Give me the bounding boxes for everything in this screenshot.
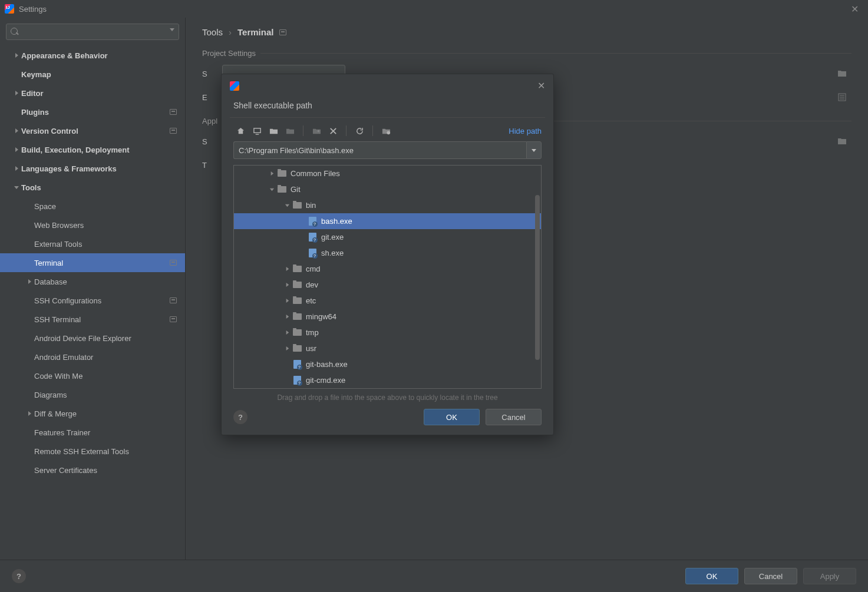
- sidebar-item-terminal[interactable]: Terminal: [0, 253, 185, 272]
- sidebar-item-label: Languages & Frameworks: [21, 164, 117, 173]
- ok-button[interactable]: OK: [424, 409, 480, 425]
- sidebar-item-plugins[interactable]: Plugins: [0, 102, 185, 121]
- chevron-down-icon[interactable]: [267, 187, 276, 192]
- titlebar: Settings ✕: [0, 0, 868, 18]
- folder-icon: [292, 201, 302, 210]
- path-input[interactable]: [233, 141, 526, 159]
- cancel-button[interactable]: Cancel: [486, 409, 542, 425]
- chevron-right-icon[interactable]: [25, 411, 34, 416]
- sidebar-item-android-device-file-explorer[interactable]: Android Device File Explorer: [0, 329, 185, 348]
- sidebar-item-remote-ssh-external-tools[interactable]: Remote SSH External Tools: [0, 442, 185, 461]
- sidebar-item-label: Server Certificates: [34, 466, 97, 475]
- sidebar-item-tools[interactable]: Tools: [0, 178, 185, 197]
- chevron-right-icon[interactable]: [267, 171, 276, 176]
- sidebar-item-database[interactable]: Database: [0, 272, 185, 291]
- home-icon[interactable]: [233, 124, 247, 138]
- chevron-right-icon[interactable]: [25, 279, 34, 285]
- sidebar-item-diff-merge[interactable]: Diff & Merge: [0, 404, 185, 423]
- sidebar-item-features-trainer[interactable]: Features Trainer: [0, 423, 185, 442]
- file-tree-label: dev: [306, 280, 318, 289]
- module-icon: [283, 124, 297, 138]
- breadcrumb: Tools › Terminal: [202, 27, 852, 37]
- show-hidden-icon[interactable]: [379, 124, 393, 138]
- file-tree-label: Common Files: [291, 169, 340, 178]
- sidebar-item-label: SSH Terminal: [34, 315, 81, 324]
- sidebar-item-label: Editor: [21, 89, 44, 98]
- sidebar-item-web-browsers[interactable]: Web Browsers: [0, 216, 185, 234]
- delete-icon[interactable]: [326, 124, 340, 138]
- folder-icon: [292, 280, 302, 290]
- chevron-right-icon[interactable]: [12, 166, 21, 171]
- chevron-right-icon: ›: [229, 27, 232, 37]
- file-tree-item[interactable]: dev: [234, 277, 541, 293]
- close-icon[interactable]: ✕: [537, 80, 545, 91]
- file-tree-item[interactable]: etc: [234, 293, 541, 309]
- file-tree-item[interactable]: git-bash.exe: [234, 356, 541, 372]
- chevron-right-icon[interactable]: [12, 147, 21, 153]
- file-tree-item[interactable]: git.exe: [234, 229, 541, 245]
- sidebar-item-external-tools[interactable]: External Tools: [0, 234, 185, 253]
- sidebar-item-version-control[interactable]: Version Control: [0, 121, 185, 140]
- apply-button[interactable]: Apply: [803, 568, 856, 584]
- project-icon[interactable]: [266, 124, 280, 138]
- sidebar-item-appearance-behavior[interactable]: Appearance & Behavior: [0, 46, 185, 65]
- app-icon: [230, 81, 239, 91]
- chevron-right-icon[interactable]: [282, 314, 292, 319]
- sidebar-item-keymap[interactable]: Keymap: [0, 65, 185, 84]
- file-tree-item[interactable]: git-cmd.exe: [234, 372, 541, 388]
- desktop-icon[interactable]: [250, 124, 264, 138]
- chevron-down-icon[interactable]: [282, 203, 292, 208]
- sidebar-item-build-execution-deployment[interactable]: Build, Execution, Deployment: [0, 140, 185, 159]
- search-input[interactable]: [6, 24, 179, 40]
- folder-browse-icon[interactable]: [837, 69, 847, 78]
- cancel-button[interactable]: Cancel: [744, 568, 797, 584]
- path-dropdown-icon[interactable]: [526, 141, 542, 159]
- sidebar-item-server-certificates[interactable]: Server Certificates: [0, 461, 185, 479]
- chevron-right-icon[interactable]: [282, 330, 292, 335]
- chevron-right-icon[interactable]: [282, 346, 292, 351]
- refresh-icon[interactable]: [352, 124, 367, 138]
- chevron-right-icon[interactable]: [12, 52, 21, 58]
- file-tree-item[interactable]: mingw64: [234, 309, 541, 325]
- help-icon[interactable]: ?: [233, 410, 247, 424]
- chevron-right-icon[interactable]: [12, 128, 21, 134]
- sidebar-item-languages-frameworks[interactable]: Languages & Frameworks: [0, 159, 185, 178]
- file-tree-item[interactable]: bash.exe: [234, 213, 541, 229]
- file-tree-item[interactable]: sh.exe: [234, 245, 541, 261]
- help-icon[interactable]: ?: [12, 569, 26, 583]
- sidebar-item-ssh-configurations[interactable]: SSH Configurations: [0, 291, 185, 310]
- sidebar-item-code-with-me[interactable]: Code With Me: [0, 366, 185, 385]
- sidebar-item-diagrams[interactable]: Diagrams: [0, 385, 185, 404]
- chevron-right-icon[interactable]: [12, 90, 21, 96]
- sidebar-item-space[interactable]: Space: [0, 197, 185, 216]
- chevron-down-icon[interactable]: [12, 184, 21, 190]
- scrollbar[interactable]: [535, 195, 540, 360]
- label-shell-path: S: [202, 137, 215, 146]
- list-edit-icon[interactable]: [837, 92, 847, 102]
- sidebar-item-android-emulator[interactable]: Android Emulator: [0, 348, 185, 366]
- hide-path-link[interactable]: Hide path: [509, 127, 542, 135]
- ok-button[interactable]: OK: [685, 568, 738, 584]
- exe-file-icon: [307, 249, 318, 258]
- file-tree-label: usr: [306, 344, 316, 353]
- chevron-right-icon[interactable]: [282, 266, 292, 272]
- file-tree-label: git.exe: [321, 233, 344, 242]
- chevron-right-icon[interactable]: [282, 282, 292, 287]
- file-tree-item[interactable]: cmd: [234, 261, 541, 277]
- search-dropdown-icon[interactable]: [170, 28, 174, 31]
- file-tree-item[interactable]: tmp: [234, 325, 541, 340]
- folder-browse-icon[interactable]: [837, 137, 847, 146]
- file-tree-item[interactable]: Git: [234, 181, 541, 197]
- file-tree-item[interactable]: bin: [234, 197, 541, 213]
- file-tree-item[interactable]: LICENSE.txt: [234, 388, 541, 389]
- file-tree-label: etc: [306, 296, 316, 305]
- file-tree-label: Git: [291, 185, 301, 194]
- chevron-right-icon[interactable]: [282, 298, 292, 303]
- sidebar-item-ssh-terminal[interactable]: SSH Terminal: [0, 310, 185, 329]
- breadcrumb-root[interactable]: Tools: [202, 27, 223, 37]
- file-tree-item[interactable]: usr: [234, 340, 541, 356]
- settings-footer: ? OK Cancel Apply: [0, 560, 868, 592]
- file-tree-item[interactable]: Common Files: [234, 166, 541, 181]
- sidebar-item-editor[interactable]: Editor: [0, 84, 185, 102]
- close-icon[interactable]: ✕: [846, 1, 863, 17]
